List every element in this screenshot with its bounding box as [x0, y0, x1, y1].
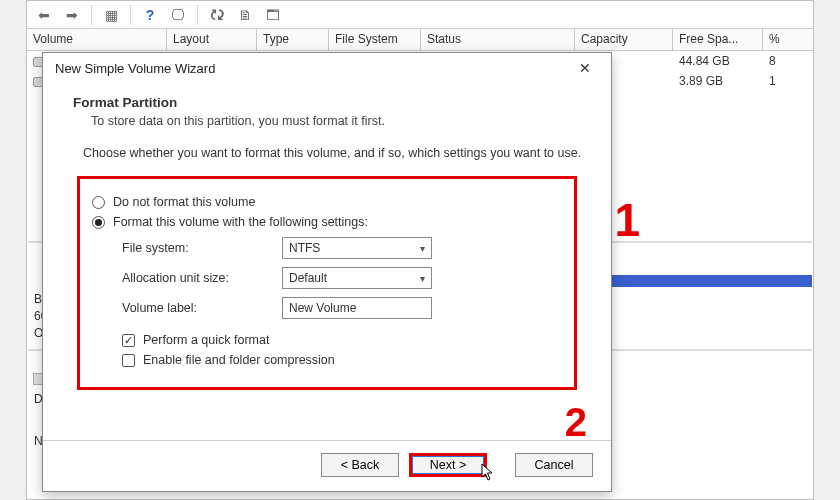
col-freespace[interactable]: Free Spa...	[673, 29, 763, 50]
free-space-value: 3.89 GB	[673, 74, 763, 88]
toolbar: ⬅ ➡ ▦ ? 🖵 🗘 🗎 🗔	[27, 1, 813, 29]
grid-icon[interactable]: ▦	[100, 4, 122, 26]
allocation-select[interactable]: Default▾	[282, 267, 432, 289]
radio-format-label: Format this volume with the following se…	[113, 215, 368, 229]
format-options-group: 1 Do not format this volume Format this …	[77, 176, 577, 390]
chevron-down-icon: ▾	[420, 243, 425, 254]
doc-icon[interactable]: 🗎	[234, 4, 256, 26]
page-subheading: To store data on this partition, you mus…	[91, 114, 591, 128]
col-status[interactable]: Status	[421, 29, 575, 50]
radio-noformat-label: Do not format this volume	[113, 195, 255, 209]
back-arrow-icon[interactable]: ⬅	[33, 4, 55, 26]
page-heading: Format Partition	[73, 95, 591, 110]
wizard-dialog: New Simple Volume Wizard ✕ Format Partit…	[42, 52, 612, 492]
checkbox-compression-label: Enable file and folder compression	[143, 353, 335, 367]
cancel-button[interactable]: Cancel	[515, 453, 593, 477]
percent-value: 1	[763, 74, 799, 88]
column-headers: Volume Layout Type File System Status Ca…	[27, 29, 813, 51]
radio-noformat[interactable]	[92, 196, 105, 209]
radio-format[interactable]	[92, 216, 105, 229]
col-percent[interactable]: %	[763, 29, 799, 50]
help-icon[interactable]: ?	[139, 4, 161, 26]
chevron-down-icon: ▾	[420, 273, 425, 284]
col-filesystem[interactable]: File System	[329, 29, 421, 50]
annotation-1: 1	[614, 193, 640, 247]
instruction-text: Choose whether you want to format this v…	[83, 146, 591, 160]
checkbox-quickformat-label: Perform a quick format	[143, 333, 269, 347]
free-space-value: 44.84 GB	[673, 54, 763, 68]
annotation-2: 2	[565, 400, 587, 445]
col-layout[interactable]: Layout	[167, 29, 257, 50]
checkbox-compression[interactable]	[122, 354, 135, 367]
dialog-titlebar: New Simple Volume Wizard ✕	[43, 53, 611, 83]
col-volume[interactable]: Volume	[27, 29, 167, 50]
col-type[interactable]: Type	[257, 29, 329, 50]
screen-icon[interactable]: 🖵	[167, 4, 189, 26]
back-button[interactable]: < Back	[321, 453, 399, 477]
window-icon[interactable]: 🗔	[262, 4, 284, 26]
volumelabel-input[interactable]: New Volume	[282, 297, 432, 319]
forward-arrow-icon[interactable]: ➡	[61, 4, 83, 26]
percent-value: 8	[763, 54, 799, 68]
wizard-buttons: < Back Next > Cancel	[321, 453, 593, 477]
checkbox-quickformat[interactable]	[122, 334, 135, 347]
volumelabel-label: Volume label:	[122, 301, 272, 315]
filesystem-label: File system:	[122, 241, 272, 255]
refresh-icon[interactable]: 🗘	[206, 4, 228, 26]
next-button[interactable]: Next >	[409, 453, 487, 477]
close-icon[interactable]: ✕	[567, 56, 603, 80]
col-capacity[interactable]: Capacity	[575, 29, 673, 50]
dialog-title: New Simple Volume Wizard	[55, 61, 215, 76]
filesystem-select[interactable]: NTFS▾	[282, 237, 432, 259]
allocation-label: Allocation unit size:	[122, 271, 272, 285]
